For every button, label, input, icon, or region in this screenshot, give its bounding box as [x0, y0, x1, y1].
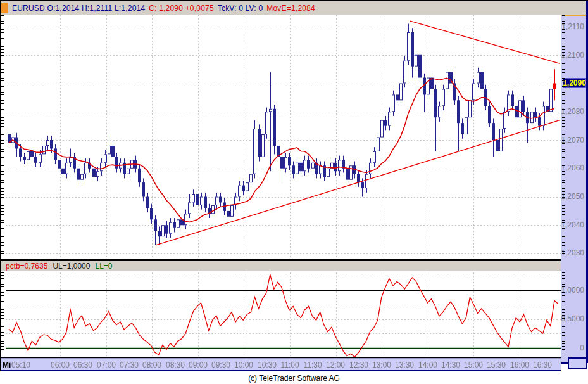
copyright-text: (c) TeleTrader Software AG — [248, 374, 340, 383]
time-axis-label: 10:00 — [234, 361, 253, 369]
indicator-upper-level: UL=1,0000 — [53, 262, 90, 271]
quote-header-bar: EURUSD O:1,2014 H:1,2111 L:1,2014 C: 1,2… — [1, 1, 586, 16]
time-axis-label: 09:00 — [189, 361, 208, 369]
indicator-axis-label: 0 — [580, 343, 584, 352]
quote-ohlc-text: EURUSD O:1,2014 H:1,2111 L:1,2014 — [12, 4, 145, 13]
main-price-chart[interactable] — [1, 15, 561, 259]
scroll-corner-button[interactable] — [568, 357, 587, 369]
time-axis-label: 07:30 — [120, 361, 139, 369]
quote-close-change-text: C: 1,2090 +0,0075 — [149, 4, 213, 13]
time-axis-label: 13:00 — [372, 361, 391, 369]
time-axis-label: 09:30 — [211, 361, 230, 369]
time-axis-label: 12:00 — [326, 361, 345, 369]
indicator-chart[interactable] — [1, 272, 561, 357]
price-axis-label: 1,2110 — [561, 22, 584, 31]
time-axis-label: 07:00 — [97, 361, 116, 369]
time-axis-label: 10:30 — [258, 361, 277, 369]
weekday-label: Mi — [3, 361, 11, 369]
time-axis-label: 13:30 — [395, 361, 414, 369]
footer-bar: (c) TeleTrader Software AG — [0, 371, 588, 384]
window-left-border — [0, 1, 1, 371]
indicator-minor-ticks — [1, 272, 4, 357]
time-axis-label: 11:30 — [303, 361, 322, 369]
price-minor-ticks — [1, 15, 4, 259]
current-price-badge: 1,2090 — [563, 78, 586, 88]
time-axis-label: 08:00 — [142, 361, 161, 369]
time-axis-label: 05:10 — [11, 361, 30, 369]
time-axis-label: 14:30 — [441, 361, 460, 369]
time-axis-label: 12:30 — [349, 361, 368, 369]
quote-moving-average-text: MovE=1,2084 — [266, 4, 315, 13]
time-axis[interactable]: Mi 05:1006:0006:3007:0007:3008:0008:3009… — [1, 358, 561, 370]
axis-tick-marks — [562, 15, 565, 259]
indicator-canvas[interactable] — [1, 272, 561, 357]
time-axis-label: 11:00 — [280, 361, 299, 369]
chart-window: EURUSD O:1,2014 H:1,2111 L:1,2014 C: 1,2… — [0, 0, 588, 384]
time-axis-label: 08:30 — [166, 361, 185, 369]
time-axis-label: 06:30 — [73, 361, 92, 369]
indicator-pctb-value: pctb=0,7635 — [6, 262, 47, 271]
indicator-lower-level: LL=0 — [95, 262, 112, 271]
indicator-axis-tick-marks — [562, 272, 565, 357]
time-axis-label: 16:30 — [533, 361, 552, 369]
quote-volume-text: TckV: 0 LV: 0 — [218, 4, 263, 13]
indicator-header-bar: pctb=0,7635 UL=1,0000 LL=0 — [1, 261, 561, 271]
candlestick-canvas[interactable] — [1, 15, 561, 259]
value-axis-column[interactable]: 1,2090 1,21101,21001,20801,20701,20601,2… — [561, 15, 587, 364]
symbol-color-swatch-icon — [1, 3, 8, 13]
time-axis-label: 15:30 — [487, 361, 506, 369]
time-axis-label: 06:00 — [51, 361, 70, 369]
time-axis-label: 16:00 — [510, 361, 529, 369]
time-axis-label: 15:00 — [464, 361, 483, 369]
time-axis-label: 14:00 — [418, 361, 437, 369]
